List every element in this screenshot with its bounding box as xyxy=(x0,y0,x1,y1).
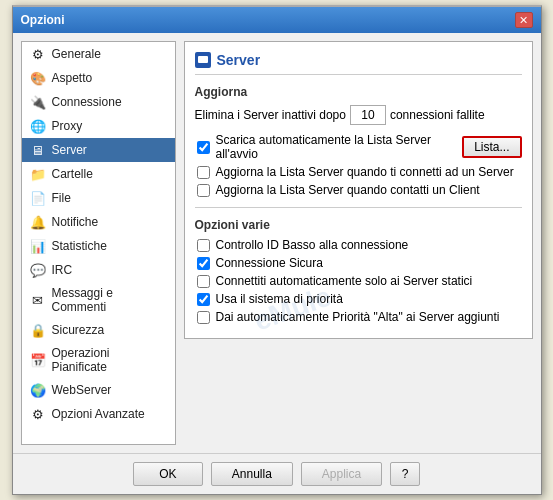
sidebar-item-connessione[interactable]: 🔌Connessione xyxy=(22,90,175,114)
ok-button[interactable]: OK xyxy=(133,462,203,486)
opt1-row: Controllo ID Basso alla connessione xyxy=(195,238,522,252)
aspetto-icon: 🎨 xyxy=(30,70,46,86)
connetti-statici-label: Connettiti automaticamente solo ai Serve… xyxy=(216,274,473,288)
notifiche-icon: 🔔 xyxy=(30,214,46,230)
checkbox3-row: Aggiorna la Lista Server quando contatti… xyxy=(195,183,522,197)
title-bar: Opzioni ✕ xyxy=(13,7,541,33)
webserver-icon: 🌍 xyxy=(30,382,46,398)
footer: OK Annulla Applica ? xyxy=(13,453,541,494)
sidebar-label-file: File xyxy=(52,191,71,205)
help-button[interactable]: ? xyxy=(390,462,420,486)
operazioni-icon: 📅 xyxy=(30,352,46,368)
statistiche-icon: 📊 xyxy=(30,238,46,254)
sidebar-label-avanzate: Opzioni Avanzate xyxy=(52,407,145,421)
main-panel-wrap: Server Aggiorna Elimina i Server inattiv… xyxy=(184,41,533,445)
sidebar-item-sicurezza[interactable]: 🔒Sicurezza xyxy=(22,318,175,342)
opt4-row: Usa il sistema di priorità xyxy=(195,292,522,306)
sidebar-item-irc[interactable]: 💬IRC xyxy=(22,258,175,282)
panel-title: Server xyxy=(195,52,522,75)
sidebar-label-cartelle: Cartelle xyxy=(52,167,93,181)
connessione-sicura-checkbox[interactable] xyxy=(197,257,210,270)
sidebar-label-messaggi: Messaggi e Commenti xyxy=(52,286,167,314)
opt3-row: Connettiti automaticamente solo ai Serve… xyxy=(195,274,522,288)
main-panel: Server Aggiorna Elimina i Server inattiv… xyxy=(184,41,533,339)
sidebar-item-statistiche[interactable]: 📊Statistiche xyxy=(22,234,175,258)
sicurezza-icon: 🔒 xyxy=(30,322,46,338)
applica-button[interactable]: Applica xyxy=(301,462,382,486)
dai-priorita-label: Dai automaticamente Priorità "Alta" ai S… xyxy=(216,310,500,324)
proxy-icon: 🌐 xyxy=(30,118,46,134)
elimina-label: Elimina i Server inattivi dopo xyxy=(195,108,346,122)
sidebar-item-proxy[interactable]: 🌐Proxy xyxy=(22,114,175,138)
file-icon: 📄 xyxy=(30,190,46,206)
svg-rect-0 xyxy=(198,56,208,63)
checkbox1-row: Scarica automaticamente la Lista Server … xyxy=(195,133,522,161)
sidebar-label-server: Server xyxy=(52,143,87,157)
panel-title-text: Server xyxy=(217,52,261,68)
opzioni-section-label: Opzioni varie xyxy=(195,218,522,232)
sidebar-label-webserver: WebServer xyxy=(52,383,112,397)
sidebar-item-avanzate[interactable]: ⚙Opzioni Avanzate xyxy=(22,402,175,426)
connessioni-fallite-label: connessioni fallite xyxy=(390,108,485,122)
avanzate-icon: ⚙ xyxy=(30,406,46,422)
aggiorna-connetti-label: Aggiorna la Lista Server quando ti conne… xyxy=(216,165,514,179)
aggiorna-contatti-checkbox[interactable] xyxy=(197,184,210,197)
sidebar: ⚙Generale🎨Aspetto🔌Connessione🌐Proxy🖥Serv… xyxy=(21,41,176,445)
aggiorna-connetti-checkbox[interactable] xyxy=(197,166,210,179)
aggiorna-contatti-label: Aggiorna la Lista Server quando contatti… xyxy=(216,183,480,197)
annulla-button[interactable]: Annulla xyxy=(211,462,293,486)
server-title-icon xyxy=(195,52,211,68)
scarica-checkbox[interactable] xyxy=(197,141,210,154)
main-window: Opzioni ✕ ⚙Generale🎨Aspetto🔌Connessione🌐… xyxy=(12,5,542,495)
checkbox2-row: Aggiorna la Lista Server quando ti conne… xyxy=(195,165,522,179)
sidebar-label-aspetto: Aspetto xyxy=(52,71,93,85)
connessioni-input[interactable] xyxy=(350,105,386,125)
server-icon: 🖥 xyxy=(30,142,46,158)
sidebar-label-operazioni: Operazioni Pianificate xyxy=(52,346,167,374)
sidebar-label-generale: Generale xyxy=(52,47,101,61)
connetti-statici-checkbox[interactable] xyxy=(197,275,210,288)
aggiorna-section-label: Aggiorna xyxy=(195,85,522,99)
sidebar-item-file[interactable]: 📄File xyxy=(22,186,175,210)
irc-icon: 💬 xyxy=(30,262,46,278)
messaggi-icon: ✉ xyxy=(30,292,46,308)
controllo-id-checkbox[interactable] xyxy=(197,239,210,252)
sidebar-label-notifiche: Notifiche xyxy=(52,215,99,229)
usa-priorita-checkbox[interactable] xyxy=(197,293,210,306)
window-title: Opzioni xyxy=(21,13,65,27)
sidebar-item-notifiche[interactable]: 🔔Notifiche xyxy=(22,210,175,234)
sidebar-item-operazioni[interactable]: 📅Operazioni Pianificate xyxy=(22,342,175,378)
divider xyxy=(195,207,522,208)
sidebar-item-webserver[interactable]: 🌍WebServer xyxy=(22,378,175,402)
sidebar-label-irc: IRC xyxy=(52,263,73,277)
controllo-id-label: Controllo ID Basso alla connessione xyxy=(216,238,409,252)
sidebar-label-sicurezza: Sicurezza xyxy=(52,323,105,337)
connessione-icon: 🔌 xyxy=(30,94,46,110)
elimina-row: Elimina i Server inattivi dopo connessio… xyxy=(195,105,522,125)
cartelle-icon: 📁 xyxy=(30,166,46,182)
sidebar-label-connessione: Connessione xyxy=(52,95,122,109)
dai-priorita-checkbox[interactable] xyxy=(197,311,210,324)
sidebar-item-generale[interactable]: ⚙Generale xyxy=(22,42,175,66)
sidebar-item-messaggi[interactable]: ✉Messaggi e Commenti xyxy=(22,282,175,318)
generale-icon: ⚙ xyxy=(30,46,46,62)
scarica-label: Scarica automaticamente la Lista Server … xyxy=(216,133,457,161)
sidebar-label-proxy: Proxy xyxy=(52,119,83,133)
connessione-sicura-label: Connessione Sicura xyxy=(216,256,323,270)
opt5-row: Dai automaticamente Priorità "Alta" ai S… xyxy=(195,310,522,324)
usa-priorita-label: Usa il sistema di priorità xyxy=(216,292,343,306)
lista-button[interactable]: Lista... xyxy=(462,136,521,158)
sidebar-item-server[interactable]: 🖥Server xyxy=(22,138,175,162)
close-button[interactable]: ✕ xyxy=(515,12,533,28)
sidebar-label-statistiche: Statistiche xyxy=(52,239,107,253)
sidebar-item-cartelle[interactable]: 📁Cartelle xyxy=(22,162,175,186)
content-area: ⚙Generale🎨Aspetto🔌Connessione🌐Proxy🖥Serv… xyxy=(13,33,541,453)
opt2-row: Connessione Sicura xyxy=(195,256,522,270)
sidebar-item-aspetto[interactable]: 🎨Aspetto xyxy=(22,66,175,90)
